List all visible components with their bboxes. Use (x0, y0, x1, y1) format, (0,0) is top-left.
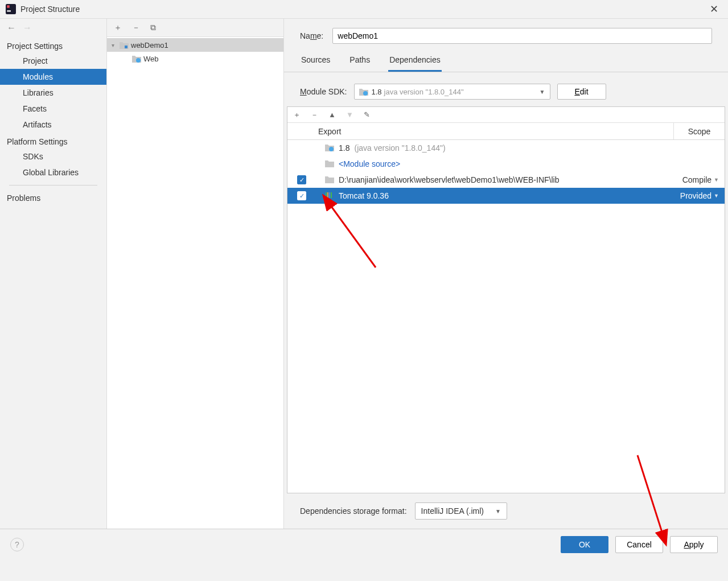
chevron-down-icon: ▼ (714, 193, 719, 199)
divider (9, 185, 97, 186)
storage-label: Dependencies storage format: (300, 506, 407, 516)
edit-sdk-button[interactable]: Edit (557, 84, 606, 100)
dep-name: Tomcat 9.0.36 (339, 191, 389, 200)
close-button[interactable]: ✕ (705, 3, 722, 15)
section-platform-settings: Platform Settings (0, 133, 106, 149)
back-arrow-icon[interactable]: ← (7, 23, 16, 33)
svg-point-6 (329, 147, 334, 151)
apply-button[interactable]: Apply (670, 536, 718, 553)
dep-toolbar: ＋ － ▲ ▼ ✎ (287, 107, 725, 123)
help-icon[interactable]: ? (10, 538, 24, 551)
module-name-input[interactable] (332, 28, 712, 44)
scope-select[interactable]: Compile▼ (673, 175, 725, 184)
sdk-version: java version "1.8.0_144" (384, 88, 464, 96)
name-label: Name: (300, 31, 323, 40)
nav-libraries[interactable]: Libraries (0, 85, 106, 101)
titlebar: Project Structure ✕ (0, 0, 728, 19)
chevron-down-icon: ▼ (714, 177, 719, 183)
dep-row[interactable]: ✓D:\ruanjian\idea\work\webservlet\webDem… (287, 172, 725, 188)
chevron-down-icon: ▼ (495, 508, 501, 514)
dependencies-table: ＋ － ▲ ▼ ✎ Export Scope 1.8 (java version… (287, 106, 725, 493)
dep-name: 1.8 (339, 143, 349, 153)
dep-row[interactable]: ✓Tomcat 9.0.36Provided▼ (287, 188, 725, 204)
svg-point-4 (136, 58, 141, 63)
java-icon (359, 88, 368, 96)
dep-name: <Module source> (339, 159, 400, 168)
svg-rect-10 (331, 192, 332, 198)
module-icon (120, 41, 129, 49)
nav-global-libraries[interactable]: Global Libraries (0, 164, 106, 180)
tree-toolbar: ＋ － ⧉ (107, 19, 283, 37)
move-up-icon[interactable]: ▲ (328, 110, 336, 119)
tree-node-web[interactable]: Web (107, 52, 283, 65)
web-icon (132, 55, 141, 63)
dep-row[interactable]: <Module source> (287, 156, 725, 172)
storage-row: Dependencies storage format: IntelliJ ID… (284, 493, 728, 529)
export-checkbox[interactable]: ✓ (297, 191, 306, 200)
tab-dependencies[interactable]: Dependencies (388, 50, 442, 72)
ok-button[interactable]: OK (561, 536, 608, 553)
dep-name: D:\ruanjian\idea\work\webservlet\webDemo… (339, 175, 559, 184)
export-checkbox[interactable]: ✓ (297, 175, 306, 184)
svg-rect-9 (329, 192, 330, 198)
add-icon[interactable]: ＋ (114, 23, 122, 33)
copy-icon[interactable]: ⧉ (150, 23, 156, 32)
forward-arrow-icon[interactable]: → (23, 23, 32, 33)
nav-artifacts[interactable]: Artifacts (0, 117, 106, 133)
nav-history: ← → (0, 19, 106, 37)
svg-rect-2 (7, 10, 11, 11)
tabs: Sources Paths Dependencies (284, 50, 728, 72)
svg-rect-3 (125, 46, 127, 48)
scope-select[interactable]: Provided▼ (673, 191, 725, 200)
tree-node-label: Web (143, 55, 159, 63)
col-export[interactable]: Export (315, 127, 673, 136)
storage-format-select[interactable]: IntelliJ IDEA (.iml) ▼ (415, 502, 507, 520)
svg-rect-7 (326, 192, 327, 198)
nav-sdks[interactable]: SDKs (0, 149, 106, 164)
edit-dep-icon[interactable]: ✎ (364, 110, 370, 119)
detail-panel: Name: Sources Paths Dependencies Module … (284, 19, 728, 529)
window-title: Project Structure (20, 5, 705, 14)
tab-sources[interactable]: Sources (300, 50, 331, 72)
col-scope[interactable]: Scope (673, 123, 725, 139)
sdk-value: 1.8 (372, 88, 382, 96)
svg-point-5 (363, 91, 368, 96)
module-sdk-label: Module SDK: (300, 87, 347, 96)
nav-project[interactable]: Project (0, 53, 106, 69)
bottom-bar: ? OK Cancel Apply (0, 529, 728, 560)
java-icon (325, 143, 334, 153)
storage-value: IntelliJ IDEA (.iml) (421, 506, 484, 516)
dep-row[interactable]: 1.8 (java version "1.8.0_144") (287, 140, 725, 156)
add-dep-icon[interactable]: ＋ (293, 110, 301, 120)
remove-icon[interactable]: － (132, 23, 140, 33)
section-project-settings: Project Settings (0, 37, 106, 53)
svg-rect-8 (327, 192, 328, 198)
module-sdk-select[interactable]: 1.8 java version "1.8.0_144" ▼ (354, 84, 550, 100)
nav-problems[interactable]: Problems (0, 190, 106, 206)
remove-dep-icon[interactable]: － (311, 110, 318, 120)
nav-facets[interactable]: Facets (0, 101, 106, 117)
tree-node-webdemo1[interactable]: ▾ webDemo1 (107, 38, 283, 52)
cancel-button[interactable]: Cancel (615, 536, 663, 553)
folder-icon (325, 175, 334, 185)
folder-icon (325, 159, 334, 169)
nav-modules[interactable]: Modules (0, 69, 106, 85)
dep-header: Export Scope (287, 123, 725, 140)
library-icon (325, 191, 334, 201)
svg-rect-1 (7, 5, 10, 8)
module-tree: ▾ webDemo1 Web (107, 37, 283, 65)
dep-subtext: (java version "1.8.0_144") (354, 143, 445, 153)
left-sidebar: ← → Project Settings Project Modules Lib… (0, 19, 107, 529)
chevron-down-icon: ▼ (540, 89, 545, 95)
chevron-down-icon[interactable]: ▾ (112, 42, 120, 48)
tab-paths[interactable]: Paths (348, 50, 371, 72)
module-tree-panel: ＋ － ⧉ ▾ webDemo1 Web (107, 19, 284, 529)
tree-node-label: webDemo1 (131, 41, 168, 50)
move-down-icon[interactable]: ▼ (346, 110, 353, 119)
app-icon (6, 4, 16, 14)
